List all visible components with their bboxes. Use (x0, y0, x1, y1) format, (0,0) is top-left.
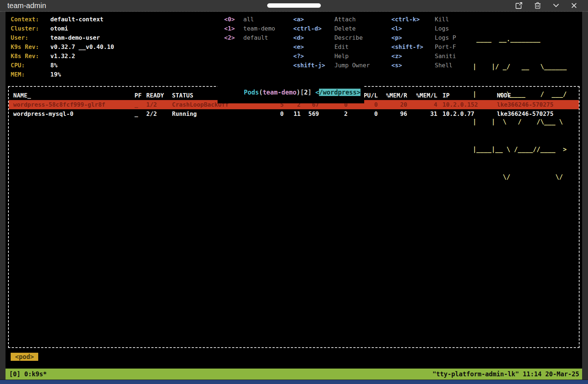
cell-pf: _ (135, 109, 146, 118)
action-hotkeys-1: <a>Attach <ctrl-d>Delete <d>Describe <e>… (293, 15, 370, 70)
cell-mem-r: 20 (378, 100, 407, 109)
cell-cpu-r: 2 (319, 109, 348, 118)
action-hotkeys-2: <ctrl-k>Kill <l>Logs <p>Logs P <shift-f>… (391, 15, 456, 70)
info-label: Context: (11, 15, 50, 24)
info-label: User: (11, 33, 50, 42)
info-value: default-context (50, 15, 104, 24)
cell-ip: 10.2.0.77 (437, 109, 492, 118)
hotkey: <d> (293, 33, 334, 42)
hotkey-label: Saniti (435, 51, 456, 61)
col-mem-l[interactable]: %MEM/L (407, 91, 437, 100)
cell-mem-r: 96 (378, 109, 407, 118)
hotkey-label: default (243, 33, 268, 42)
hotkey-label: Port-F (435, 42, 456, 51)
hotkey: <e> (293, 42, 334, 51)
cell-node: lke366246-570275 (492, 100, 574, 109)
hotkey-label: Attach (334, 15, 356, 24)
info-value: team-demo-user (50, 33, 100, 42)
col-ip[interactable]: IP (437, 91, 492, 100)
cell-name: wordpress-mysql-0 (13, 109, 135, 118)
chevron-down-icon[interactable] (553, 3, 559, 8)
hotkey: <1> (224, 24, 243, 33)
resource-name: Pods (244, 89, 259, 96)
cell-restarts: 0 (249, 109, 284, 118)
col-ready[interactable]: READY (146, 91, 172, 100)
hotkey: <2> (224, 33, 243, 42)
tmux-status-bar: [0] 0:k9s* "tty-platform-admin-lk" 11:14… (6, 369, 582, 380)
panel-title: Pods(team-demo)[2] </wordpress> (218, 81, 364, 103)
window-drag-pill (267, 3, 321, 8)
cluster-info: Context:default-context Cluster:otomi Us… (11, 15, 114, 79)
info-label: CPU: (11, 61, 50, 70)
paren: ( (259, 89, 262, 96)
tmux-session-info: "tty-platform-admin-lk" 11:14 20-Mar-25 (433, 370, 579, 378)
bracket: [ (300, 89, 304, 96)
breadcrumb-pod[interactable]: <pod> (11, 353, 38, 361)
open-external-icon[interactable] (515, 2, 523, 9)
hotkey: <s> (391, 61, 435, 70)
hotkey: <shift-j> (293, 61, 334, 70)
cell-mem: 569 (301, 109, 319, 118)
window-title: team-admin (7, 1, 46, 10)
info-value: v0.32.7 __ (50, 42, 86, 51)
trash-icon[interactable] (534, 2, 541, 9)
background-strip (0, 380, 588, 384)
breadcrumb: <pod> (6, 348, 582, 369)
cell-pf: _ (135, 100, 146, 109)
info-value: otomi (50, 24, 68, 33)
cell-status: Running (172, 109, 249, 118)
hotkey: <ctrl-k> (391, 15, 435, 24)
cell-ready: 2/2 (146, 109, 172, 118)
info-value: 8% (50, 61, 57, 70)
hotkey: <shift-f> (391, 42, 435, 51)
hotkey-label: Kill (435, 15, 449, 24)
hotkey-label: Logs P (435, 33, 456, 42)
k9s-header: Context:default-context Cluster:otomi Us… (6, 12, 582, 85)
hotkey: <p> (391, 33, 435, 42)
hotkey-label: team-demo (243, 24, 275, 33)
active-filter: /wordpress> (319, 89, 361, 96)
hotkey-label: Describe (334, 33, 363, 42)
col-pf[interactable]: PF (135, 91, 146, 100)
hotkey: <a> (293, 15, 334, 24)
hotkey-label: Shell (435, 61, 452, 70)
cell-ip: 10.2.0.152 (437, 100, 492, 109)
hotkey: <0> (224, 15, 243, 24)
pods-panel: Pods(team-demo)[2] </wordpress> NAME_ PF… (8, 86, 580, 348)
info-label: MEM: (11, 70, 50, 79)
col-name[interactable]: NAME_ (13, 91, 135, 100)
hotkey: <ctrl-d> (293, 24, 334, 33)
namespace-hotkeys: <0>all <1>team-demo <2>default (224, 15, 275, 42)
hotkey-label: Delete (334, 24, 356, 33)
info-label: K8s Rev: (11, 51, 50, 61)
info-label: Cluster: (11, 24, 50, 33)
hotkey-label: Edit (334, 42, 349, 51)
namespace-name: team-demo (263, 89, 297, 96)
cell-cpu: 11 (284, 109, 301, 118)
cell-mem-l: 4 (407, 100, 437, 109)
window-titlebar: team-admin (0, 0, 588, 12)
hotkey-label: Jump Owner (334, 61, 370, 70)
hotkey: <?> (293, 51, 334, 61)
col-node[interactable]: NODE (492, 91, 574, 100)
bracket: ] (308, 89, 315, 96)
close-icon[interactable] (571, 3, 577, 8)
pod-count: 2 (304, 89, 308, 96)
info-value: v1.32.2 (50, 51, 75, 61)
hotkey: <l> (391, 24, 435, 33)
info-value: 19% (50, 70, 61, 79)
hotkey: <z> (391, 51, 435, 61)
k9s-upgrade-version: v0.40.10 (86, 42, 114, 51)
cell-node: lke366246-570275 (492, 109, 574, 118)
col-mem-r[interactable]: %MEM/R (378, 91, 407, 100)
k9s-terminal: Context:default-context Cluster:otomi Us… (6, 12, 582, 369)
cell-cpu-l: 0 (348, 109, 378, 118)
hotkey-label: all (243, 15, 254, 24)
paren: ) (297, 89, 300, 96)
tmux-window-list[interactable]: [0] 0:k9s* (9, 370, 47, 378)
cell-mem-l: 31 (407, 109, 437, 118)
cell-name: wordpress-58c8fcf999-glr8f (13, 100, 135, 109)
cell-ready: 1/2 (146, 100, 172, 109)
filter-bracket: < (315, 89, 319, 96)
pod-row[interactable]: wordpress-mysql-0 _ 2/2 Running 0 11 569… (9, 109, 579, 118)
